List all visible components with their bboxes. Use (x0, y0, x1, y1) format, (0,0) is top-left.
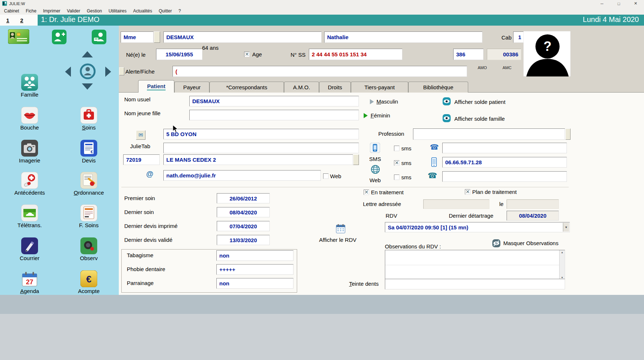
menu-item-fiche[interactable]: Fiche (22, 7, 39, 15)
phobie-field[interactable]: +++++ (216, 264, 293, 275)
sidebar-item-fsoins[interactable]: F. Soins (67, 205, 111, 228)
phone-other-field[interactable] (442, 171, 567, 182)
address2-field[interactable] (163, 143, 359, 153)
observations-scrollbar[interactable]: ▲ ▼ (559, 250, 565, 280)
tabagisme-field[interactable]: non (216, 250, 293, 261)
sidebar-item-ordonnance[interactable]: Ordonnance (67, 172, 111, 196)
lastname-field[interactable]: DESMAUX (163, 31, 322, 43)
alert-mini-button[interactable] (119, 67, 124, 75)
teinte-dents-field[interactable] (385, 279, 565, 289)
minimize-button[interactable]: ─ (594, 0, 610, 7)
dernier-soin-field[interactable]: 08/04/2020 (217, 207, 270, 217)
nav-down-button[interactable] (82, 83, 93, 90)
sidebar-item-bouche[interactable]: Bouche (8, 107, 52, 131)
sidebar-item-teletrans[interactable]: Télétrans. (8, 205, 52, 228)
alert-field[interactable]: ( (173, 66, 467, 77)
vitale-card-icon[interactable] (8, 29, 29, 44)
dernier-devis-imprime-field[interactable]: 07/04/2020 (217, 221, 270, 231)
tab-droits[interactable]: Droits (319, 82, 351, 93)
eye-off-icon[interactable] (492, 239, 500, 247)
sidebar-item-famille[interactable]: Famille (8, 74, 52, 98)
sidebar-item-acompte[interactable]: € Acompte (67, 270, 111, 294)
sidebar-item-agenda[interactable]: 27 Agenda (8, 270, 52, 294)
solde-famille-eye-icon[interactable] (443, 114, 451, 122)
sidebar-item-soins[interactable]: Soins (67, 107, 111, 131)
dernier-devis-valide-field[interactable]: 13/03/2020 (217, 235, 270, 245)
profession-scroll-button[interactable] (565, 128, 571, 140)
sidebar-item-devis[interactable]: € Devis (67, 140, 111, 164)
city-picker-button[interactable] (353, 154, 359, 165)
address-field[interactable]: 5 BD OYON (163, 129, 359, 139)
city-field[interactable]: LE MANS CEDEX 2 (163, 154, 353, 165)
menu-item-cabinet[interactable]: Cabinet (1, 7, 22, 15)
menu-item-help[interactable]: ? (175, 7, 184, 15)
profession-field[interactable] (413, 128, 565, 140)
scroll-up-icon[interactable]: ▲ (561, 250, 564, 254)
add-patient-icon[interactable] (52, 30, 67, 44)
maximize-button[interactable]: □ (610, 0, 627, 7)
web-globe-icon[interactable] (371, 165, 380, 174)
tab-bibliotheque[interactable]: Bibliothèque (408, 82, 468, 93)
parrainage-field[interactable]: non (216, 278, 293, 289)
lettre-date-field[interactable] (507, 199, 559, 209)
firstname-field[interactable]: Nathalie (324, 31, 482, 43)
nav-previous-button[interactable] (65, 67, 71, 77)
page-tab-2[interactable]: 2 (20, 17, 23, 23)
premier-soin-field[interactable]: 26/06/2012 (217, 193, 270, 203)
en-traitement-checkbox[interactable]: ✕ (364, 190, 369, 195)
birthdate-field[interactable]: 15/06/1955 (156, 49, 202, 60)
ssn-field[interactable]: 2 44 44 55 015 151 34 (309, 49, 402, 60)
civility-field[interactable]: Mme (121, 31, 154, 43)
masculin-option[interactable]: Masculin (376, 98, 398, 105)
menu-item-valider[interactable]: Valider (64, 7, 83, 15)
patient-circle-button[interactable] (79, 63, 96, 80)
tab-payeur[interactable]: Payeur (174, 82, 209, 93)
sidebar-item-observ[interactable]: Observ (67, 237, 111, 261)
civility-picker-button[interactable] (154, 31, 160, 43)
sms-mobile-checkbox[interactable]: ✕ (394, 160, 399, 166)
nav-next-button[interactable] (105, 67, 111, 77)
close-button[interactable]: ✕ (627, 0, 644, 7)
tab-correspondants[interactable]: *Correspondants (209, 82, 284, 93)
menu-item-quitter[interactable]: Quitter (155, 7, 175, 15)
menu-item-utilitaires[interactable]: Utilitaires (105, 7, 130, 15)
solde-patient-eye-icon[interactable] (443, 97, 451, 105)
tab-patient[interactable]: Patient (138, 80, 174, 93)
sidebar-item-imagerie[interactable]: Imagerie (8, 140, 52, 164)
julietab-label[interactable]: JulieTab (130, 143, 150, 149)
plan-traitement-checkbox[interactable]: ✕ (465, 189, 470, 195)
menu-item-imprimer[interactable]: Imprimer (40, 7, 64, 15)
ssn-key-field[interactable]: 386 (453, 49, 484, 60)
nom-jeune-fille-field[interactable] (189, 110, 359, 120)
page-tab-1[interactable]: 1 (6, 17, 9, 23)
rdv-combobox[interactable]: Sa 04/07/2020 09:50 [1] (15 mn) ▼ (385, 222, 570, 232)
age-checkbox[interactable]: ✕ (244, 52, 250, 57)
tab-amo[interactable]: A.M.O. (284, 82, 319, 93)
sms-fixed-checkbox[interactable] (394, 146, 399, 151)
lettre-adressee-field[interactable] (423, 199, 489, 209)
chevron-down-icon[interactable]: ▼ (563, 223, 569, 232)
zip-field[interactable]: 72019 (123, 154, 160, 165)
menu-item-gestion[interactable]: Gestion (84, 7, 105, 15)
afficher-rdv-label[interactable]: Afficher le RDV (319, 237, 356, 243)
solde-patient-label[interactable]: Afficher solde patient (454, 99, 505, 105)
sidebar-item-antecedents[interactable]: Antécédents (8, 172, 52, 196)
sms-icon[interactable] (370, 143, 380, 153)
menu-item-actualites[interactable]: Actualités (130, 7, 155, 15)
sms-other-checkbox[interactable] (394, 175, 399, 180)
patient-photo[interactable]: ? (523, 31, 571, 76)
phone-mobile-field[interactable]: 06.66.59.71.28 (442, 157, 567, 168)
masquer-observations-label[interactable]: Masquer Observations (503, 240, 558, 246)
web-checkbox[interactable] (323, 173, 329, 179)
nom-usuel-field[interactable]: DESMAUX (189, 96, 359, 106)
sidebar-item-courrier[interactable]: Courrier (8, 237, 52, 261)
solde-famille-label[interactable]: Afficher solde famille (454, 116, 505, 122)
mail-icon[interactable]: ✉ (136, 130, 145, 140)
show-appointment-icon[interactable] (336, 224, 346, 234)
edit-patient-icon[interactable] (92, 30, 106, 44)
email-field[interactable]: nath.demo@julie.fr (163, 170, 321, 181)
tab-tiers-payant[interactable]: Tiers-payant (351, 82, 408, 93)
feminin-option[interactable]: Féminin (371, 112, 390, 119)
observations-textarea[interactable]: ▲ ▼ (385, 250, 565, 280)
phone-fixed-field[interactable] (442, 143, 567, 153)
